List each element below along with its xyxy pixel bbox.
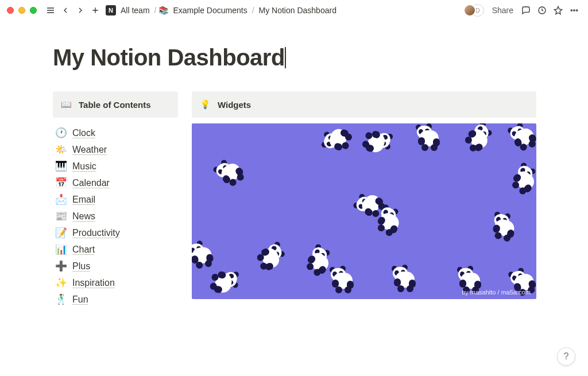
- widget-credit: by masahito / ma5a.com: [462, 289, 531, 296]
- toc-item-label: News: [72, 211, 95, 222]
- panda-sprite: [489, 212, 521, 242]
- toc-list: 🕐Clock🌤️Weather🎹Music📅Calendar📩Email📰New…: [53, 125, 178, 308]
- toc-item-emoji: ➕: [55, 260, 67, 272]
- share-button[interactable]: Share: [488, 6, 518, 15]
- toc-item-label: Email: [72, 195, 95, 205]
- panda-sprite: [508, 162, 536, 197]
- widget-embed[interactable]: by masahito / ma5a.com: [192, 123, 536, 299]
- toc-item-weather[interactable]: 🌤️Weather: [53, 141, 178, 158]
- bulb-icon: 💡: [200, 99, 211, 110]
- column-toc: 📖 Table of Contents 🕐Clock🌤️Weather🎹Musi…: [53, 91, 178, 308]
- breadcrumb-workspace[interactable]: All team: [118, 5, 152, 16]
- toc-item-emoji: 🌤️: [55, 144, 67, 156]
- toc-item-news[interactable]: 📰News: [53, 208, 178, 224]
- page-body: My Notion Dashboard 📖 Table of Contents …: [0, 21, 537, 308]
- columns: 📖 Table of Contents 🕐Clock🌤️Weather🎹Musi…: [53, 91, 537, 308]
- toc-item-label: Plus: [72, 261, 90, 272]
- widgets-heading-text: Widgets: [218, 100, 251, 110]
- presence-avatars[interactable]: D: [463, 4, 484, 17]
- toc-item-fun[interactable]: 🕺Fun: [53, 291, 178, 308]
- toc-item-emoji: 📝: [55, 227, 67, 239]
- panda-sprite: [192, 241, 216, 268]
- topbar: N All team / 📚 Example Documents / My No…: [0, 0, 588, 21]
- toc-item-label: Calendar: [72, 178, 110, 188]
- toc-heading-text: Table of Contents: [79, 100, 151, 110]
- panda-sprite: [362, 127, 392, 160]
- breadcrumb: N All team / 📚 Example Documents / My No…: [106, 5, 339, 16]
- minimize-window[interactable]: [18, 7, 25, 14]
- toc-item-plus[interactable]: ➕Plus: [53, 258, 178, 274]
- panda-sprite: [463, 123, 496, 156]
- panda-sprite: [416, 126, 442, 149]
- breadcrumb-sep: /: [252, 6, 254, 15]
- breadcrumb-doc2[interactable]: My Notion Dashboard: [257, 5, 339, 16]
- toc-item-emoji: 📅: [55, 177, 67, 189]
- panda-sprite: [330, 268, 356, 291]
- toc-item-clock[interactable]: 🕐Clock: [53, 125, 178, 141]
- nav-forward-icon[interactable]: [74, 3, 87, 17]
- page-title-text: My Notion Dashboard: [53, 45, 285, 70]
- panda-sprite: [457, 268, 483, 291]
- more-icon[interactable]: [567, 3, 581, 17]
- panda-sprite: [392, 267, 418, 290]
- toc-item-emoji: 🕺: [55, 293, 67, 305]
- breadcrumb-sep: /: [154, 6, 157, 15]
- avatar-user-1[interactable]: [463, 4, 476, 17]
- window-controls: [7, 7, 37, 14]
- toc-item-inspiration[interactable]: ✨Inspiration: [53, 274, 178, 291]
- new-page-icon[interactable]: [88, 3, 102, 17]
- toc-heading-callout[interactable]: 📖 Table of Contents: [53, 91, 178, 118]
- panda-sprite: [256, 242, 287, 274]
- text-caret: [285, 47, 286, 68]
- toc-item-calendar[interactable]: 📅Calendar: [53, 175, 178, 191]
- zoom-window[interactable]: [30, 7, 37, 14]
- panda-sprite: [322, 123, 352, 154]
- svg-point-3: [576, 10, 577, 11]
- toc-item-label: Clock: [72, 128, 95, 138]
- panda-sprite: [211, 268, 238, 298]
- comments-icon[interactable]: [519, 3, 533, 17]
- toc-item-label: Music: [72, 161, 96, 172]
- panda-sprite: [508, 123, 536, 152]
- svg-point-1: [571, 10, 572, 11]
- toc-item-emoji: 🕐: [55, 127, 67, 139]
- toc-item-productivity[interactable]: 📝Productivity: [53, 224, 178, 241]
- toc-item-emoji: 📰: [55, 210, 67, 222]
- sidebar-toggle-icon[interactable]: [44, 3, 57, 17]
- widgets-heading-callout[interactable]: 💡 Widgets: [192, 91, 536, 118]
- breadcrumb-doc1-emoji: 📚: [158, 6, 168, 15]
- page-title[interactable]: My Notion Dashboard: [53, 45, 285, 71]
- toc-item-label: Weather: [72, 145, 107, 155]
- nav-back-icon[interactable]: [59, 3, 72, 17]
- toc-item-label: Fun: [72, 294, 88, 305]
- favorite-icon[interactable]: [551, 3, 565, 17]
- book-icon: 📖: [61, 99, 72, 110]
- panda-sprite: [213, 154, 248, 188]
- toc-item-emoji: 🎹: [55, 160, 67, 172]
- close-window[interactable]: [7, 7, 14, 14]
- toc-item-emoji: 📊: [55, 243, 67, 255]
- toc-item-chart[interactable]: 📊Chart: [53, 241, 178, 258]
- updates-icon[interactable]: [535, 3, 549, 17]
- toc-item-email[interactable]: 📩Email: [53, 191, 178, 208]
- workspace-icon[interactable]: N: [106, 5, 116, 15]
- breadcrumb-doc1[interactable]: Example Documents: [171, 5, 249, 16]
- toc-item-label: Productivity: [72, 228, 120, 238]
- help-button[interactable]: ?: [557, 347, 575, 366]
- toc-item-music[interactable]: 🎹Music: [53, 158, 178, 175]
- toc-item-emoji: ✨: [55, 277, 67, 289]
- column-widgets: 💡 Widgets: [192, 91, 536, 308]
- toc-item-label: Chart: [72, 245, 95, 255]
- svg-point-2: [574, 10, 575, 11]
- toc-item-emoji: 📩: [55, 193, 67, 206]
- toc-item-label: Inspiration: [72, 278, 115, 288]
